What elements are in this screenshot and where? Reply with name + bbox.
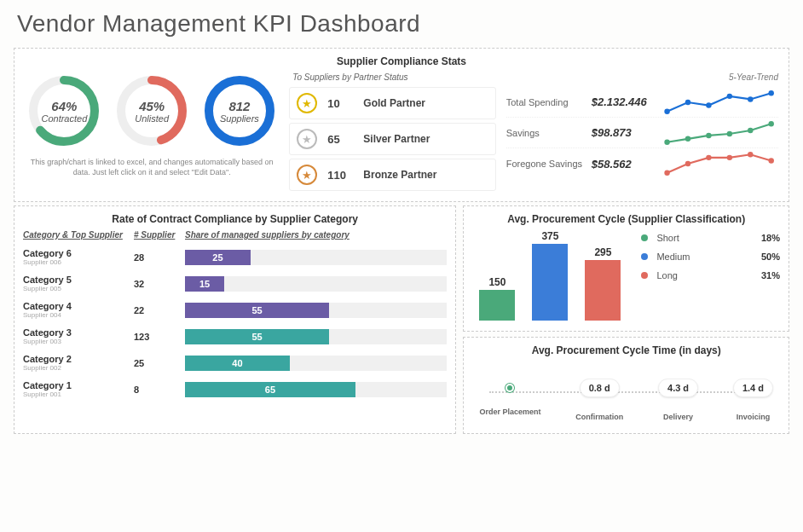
timeline-badge: 0.8 d (580, 379, 620, 397)
col-header-share: Share of managed suppliers by category (185, 230, 447, 240)
proc-cycle-class-title: Avg. Procurement Cycle (Supplier Classif… (472, 213, 780, 225)
partner-row-1: ★ 65 Silver Partner (289, 123, 495, 155)
sparkline-icon (660, 90, 778, 115)
top-supplier: Supplier 006 (23, 258, 134, 266)
timeline-badge: 1.4 d (733, 379, 773, 397)
timeline-node-1: 0.8 d Confirmation (575, 379, 623, 421)
partner-column: To Suppliers by Partner Status ★ 10 Gold… (289, 72, 495, 194)
col-header-count: # Supplier (134, 230, 185, 240)
partner-row-0: ★ 10 Gold Partner (289, 87, 495, 119)
timeline-node-0: Order Placement (479, 384, 540, 416)
supplier-count: 32 (134, 279, 185, 289)
svg-point-19 (685, 161, 690, 166)
top-supplier: Supplier 003 (23, 338, 134, 345)
trend-row-2: Foregone Savings $58.562 (506, 148, 778, 179)
legend-name: Long (656, 270, 749, 280)
svg-point-22 (748, 152, 753, 157)
mini-bar-value: 375 (532, 230, 568, 242)
compliance-row-0: Category 6 Supplier 006 28 25 (23, 248, 447, 266)
bar-track: 15 (185, 276, 447, 292)
legend-row-0: Short 18% (641, 230, 780, 246)
svg-point-21 (726, 155, 731, 160)
star-icon: ★ (297, 93, 317, 113)
trend-column: 5-Year-Trend Total Spending $2.132.446 S… (506, 72, 778, 179)
bar-fill: 25 (185, 250, 251, 265)
top-supplier: Supplier 004 (23, 311, 134, 319)
compliance-panel-title: Supplier Compliance Stats (25, 55, 778, 67)
partner-subtitle: To Suppliers by Partner Status (289, 72, 495, 82)
supplier-count: 123 (134, 332, 185, 342)
compliance-row-2: Category 4 Supplier 004 22 55 (23, 301, 447, 319)
proc-cycle-class-panel: Avg. Procurement Cycle (Supplier Classif… (463, 205, 789, 332)
compliance-row-5: Category 1 Supplier 001 8 65 (23, 380, 447, 398)
mini-bar-value: 295 (585, 246, 621, 258)
partner-count: 65 (327, 133, 353, 146)
trend-value: $98.873 (592, 126, 660, 139)
legend-dot-icon (641, 272, 648, 279)
bar-fill: 65 (185, 382, 355, 397)
svg-point-11 (768, 90, 773, 95)
donut-0: 64% Contracted (26, 72, 102, 149)
proc-cycle-time-title: Avg. Procurement Cycle Time (in days) (472, 344, 780, 356)
partner-count: 10 (327, 97, 353, 110)
page-title: Vendor Management KPI Dashboard (0, 0, 803, 44)
trend-label: Savings (506, 128, 592, 138)
trend-row-1: Savings $98.873 (506, 118, 778, 148)
top-supplier: Supplier 005 (23, 285, 134, 292)
bar-fill: 40 (185, 356, 290, 371)
sparkline-icon (660, 151, 778, 176)
trend-value: $2.132.446 (592, 95, 660, 108)
contract-compliance-panel: Rate of Contract Compliance by Supplier … (14, 205, 456, 434)
star-icon: ★ (297, 165, 317, 185)
top-supplier: Supplier 002 (23, 364, 134, 372)
supplier-count: 8 (134, 385, 185, 395)
legend-dot-icon (641, 234, 648, 241)
svg-point-9 (726, 93, 731, 98)
mini-bar-0: 150 (479, 290, 515, 321)
donut-group: 64% Contracted 45% Unlisted 812 Supplie (25, 72, 279, 177)
trend-row-0: Total Spending $2.132.446 (506, 87, 778, 118)
compliance-row-4: Category 2 Supplier 002 25 40 (23, 354, 447, 372)
donut-value: 45% (139, 99, 165, 113)
svg-point-20 (706, 155, 711, 160)
bar-fill: 15 (185, 276, 224, 292)
compliance-row-1: Category 5 Supplier 005 32 15 (23, 275, 447, 292)
timeline-stage-label: Order Placement (479, 408, 540, 416)
timeline-badge: 4.3 d (658, 379, 698, 397)
donut-note: This graph/chart is linked to excel, and… (25, 158, 279, 177)
partner-count: 110 (327, 169, 353, 182)
legend-name: Short (656, 233, 749, 243)
compliance-row-3: Category 3 Supplier 003 123 55 (23, 327, 447, 345)
bar-fill: 55 (185, 303, 329, 318)
col-header-category: Category & Top Supplier (23, 230, 134, 240)
category-name: Category 1 (23, 380, 134, 390)
timeline-stage-label: Invoicing (737, 413, 771, 421)
svg-point-16 (748, 127, 753, 132)
mini-bar-2: 295 (585, 260, 621, 321)
svg-point-23 (768, 158, 773, 163)
partner-label: Gold Partner (363, 97, 425, 109)
svg-point-7 (685, 99, 690, 104)
supplier-count: 22 (134, 305, 185, 315)
bar-track: 65 (185, 382, 447, 397)
mini-bar-1: 375 (532, 244, 568, 321)
legend-row-1: Medium 50% (641, 249, 780, 264)
donut-1: 45% Unlisted (113, 72, 190, 149)
svg-point-17 (768, 121, 773, 126)
top-supplier: Supplier 001 (23, 390, 134, 398)
svg-point-12 (664, 139, 669, 144)
category-name: Category 6 (23, 248, 134, 258)
mini-bar-value: 150 (479, 276, 515, 288)
donut-value: 812 (228, 99, 250, 113)
svg-point-18 (664, 170, 669, 175)
timeline-node-3: 1.4 d Invoicing (733, 379, 773, 421)
legend-pct: 50% (749, 252, 780, 262)
legend-pct: 31% (749, 270, 780, 280)
supplier-count: 28 (134, 252, 185, 263)
svg-point-6 (664, 108, 669, 113)
svg-point-14 (706, 132, 711, 137)
bar-fill: 55 (185, 329, 329, 344)
trend-label: Total Spending (506, 97, 592, 107)
donut-caption: Unlisted (135, 113, 169, 124)
partner-row-2: ★ 110 Bronze Partner (289, 159, 495, 191)
